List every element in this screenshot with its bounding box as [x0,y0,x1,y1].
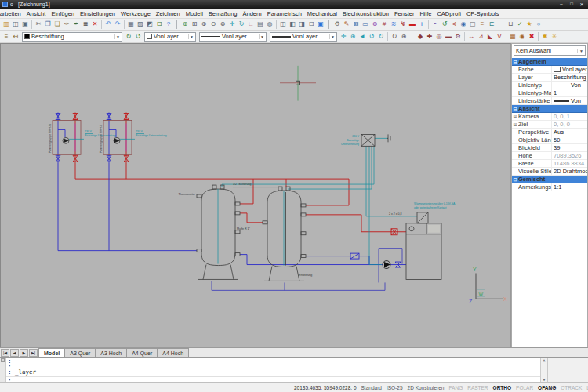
model-space-icon[interactable]: ▣ [316,20,325,29]
pump-b-supply-label[interactable]: Bauseitige Unterverteilung [136,134,167,137]
render-icon[interactable]: ◍ [265,20,274,29]
cut-icon[interactable]: ✂ [34,20,43,29]
tab-nav-last[interactable]: ▶| [29,349,38,357]
cp-update-icon[interactable]: ↺ [440,20,449,29]
properties-section-allgemein[interactable]: ⊟Allgemein [512,58,587,66]
cp-frames-icon[interactable]: ▭ [361,20,370,29]
toggle-ortho[interactable]: ORTHO [491,385,514,390]
pump-a-label[interactable]: Pumpengruppe PMH-R [49,124,52,154]
toggle-polar[interactable]: POLAR [514,385,535,390]
coordinates-readout[interactable]: 20135.4635, 55949.0228, 0 [292,385,359,390]
menu-hilfe[interactable]: Hilfe [417,10,434,17]
ucs-icon[interactable]: ∟ [246,20,256,29]
zoom-window-icon[interactable]: ⊞ [190,20,199,29]
scroll-up-icon[interactable]: ▲ [541,358,547,362]
menu-einf-gen[interactable]: Einfügen [49,10,78,17]
supply-piping-red[interactable] [75,162,406,235]
layer-match-icon[interactable]: ↺ [133,32,143,42]
mech-standard-parts-icon[interactable]: ◆ [416,32,425,42]
tab-a3-quer[interactable]: A3 Quer [64,348,96,357]
menu-mechanical[interactable]: Mechanical [304,10,339,17]
property-value-linienst-rke[interactable]: Von [551,97,587,104]
drawing-svg[interactable]: Pumpengruppe PMH-R 230 V Bauseitige Unte… [1,44,510,347]
property-value-blickfeld[interactable]: 39 [551,144,587,151]
cp-radiator-icon[interactable]: ≡ [477,20,487,29]
expansion-vessel[interactable] [417,212,428,223]
tab-nav-first[interactable]: |◀ [1,349,9,357]
pump-b-supply-voltage[interactable]: 230 V [136,130,143,133]
tab-model[interactable]: Model [38,348,65,357]
property-value-linientyp[interactable]: Von [551,82,587,89]
viewport-left-icon[interactable]: ◧ [288,20,297,29]
muffe-label[interactable]: Muffe R 1" [237,227,250,230]
copy-icon[interactable]: ❐ [43,20,53,29]
menu-werkzeuge[interactable]: Werkzeuge [118,10,154,17]
tab-nav-next[interactable]: ▶ [20,349,28,357]
orbit-right-icon[interactable]: ↻ [376,32,386,42]
circulation-pump[interactable] [383,261,390,269]
expand-icon[interactable]: ⊞ [512,113,518,121]
properties-icon[interactable]: ≣ [81,20,90,29]
paste-icon[interactable]: ❏ [53,20,62,29]
zoom-realtime-icon[interactable]: ⊕ [180,20,190,29]
selection-filter-dropdown[interactable]: Kein Auswahl ▼ [514,45,586,56]
tile-windows-icon[interactable]: ◫ [278,20,288,29]
drain-label[interactable]: Entleerung [299,274,312,277]
command-input[interactable]: : [6,376,540,382]
mech-bearing-icon[interactable]: ◎ [434,32,444,42]
menu-parametrisch[interactable]: Parametrisch [264,10,304,17]
thermometer-label[interactable]: Thermometer [178,193,195,196]
cp-2d3d-icon[interactable]: ◓ [430,20,440,29]
command-window[interactable]: : : : _layer : ▲ ▼ [0,358,547,382]
zoom-out-icon[interactable]: ⊖ [209,20,218,29]
undo-icon[interactable]: ↶ [103,20,113,29]
zoom-extents-icon[interactable]: ⊜ [218,20,227,29]
command-scrollbar[interactable]: ▲ ▼ [540,358,547,382]
cp-scheme-icon[interactable]: ↯ [398,20,408,29]
toggle-raster[interactable]: RASTER [465,385,490,390]
cp-numbering-icon[interactable]: # [379,20,389,29]
safety-valve-label[interactable]: 1/2" Sicherung [233,183,251,186]
property-value-perspektive[interactable]: Aus [551,129,587,136]
print-icon[interactable]: ◫ [11,20,20,29]
menu-ndern[interactable]: Ändern [240,10,264,17]
properties-section-ansicht[interactable]: ⊟Ansicht [512,105,587,113]
dist-label-line2[interactable]: Bauseitige [347,139,359,142]
layer-make-current-icon[interactable]: ↻ [124,32,133,42]
color-dropdown[interactable]: VonLayer▼ [144,32,196,42]
cp-duct-icon[interactable]: ⊏ [487,20,496,29]
tab-a3-hoch[interactable]: A3 Hoch [95,348,127,357]
hatch-icon[interactable]: ▨ [136,20,145,29]
status-field-2d-konstruieren[interactable]: 2D Konstruieren [405,385,447,390]
property-value-h-he[interactable]: 7089.3526 [551,152,587,159]
buffer-tank-1[interactable] [197,185,240,279]
pump-b-label[interactable]: Pumpengruppe PMH-L [100,125,103,154]
cp-attributes-icon[interactable]: ⊛ [370,20,379,29]
layer-previous-icon[interactable]: ↤ [11,32,20,42]
tab-a4-quer[interactable]: A4 Quer [126,348,158,357]
viewport-icon[interactable]: ▦ [126,20,136,29]
help-icon[interactable]: ? [164,20,173,29]
collapse-icon[interactable]: ⊟ [512,176,518,183]
cp-draw-icon[interactable]: ✎ [342,20,351,29]
viewport-right-icon[interactable]: ◨ [297,20,307,29]
menu-zeichnen[interactable]: Zeichnen [153,10,183,17]
zoom-all-icon[interactable]: ⊕ [399,32,408,42]
minimize-button[interactable]: – [557,2,565,7]
menu-bearbeiten[interactable]: Bearbeiten [0,10,24,17]
property-value-kamera[interactable]: 0, 0, 1 [551,113,587,120]
cp-tray-icon[interactable]: ⊔ [506,20,515,29]
linetype-dropdown[interactable]: VonLayer▼ [199,32,267,42]
menu-blechkonstruktion[interactable]: Blechkonstruktion [339,10,391,17]
layout-icon[interactable]: ⊟ [307,20,316,29]
zoom-dynamic-icon[interactable]: ⊕ [348,32,358,42]
menu-bema-ung[interactable]: Bemaßung [205,10,240,17]
properties-section-gemischt[interactable]: ⊟Gemischt [512,176,587,183]
cp-pump-icon[interactable]: ◉ [459,20,468,29]
regen-icon[interactable]: ↻ [390,32,399,42]
property-value-linientyp-ma-sta[interactable]: 1 [551,89,587,96]
property-value-anmerkungs-ma[interactable]: 1:1 [551,183,587,191]
mech-gear-icon[interactable]: ⚙ [453,32,463,42]
mech-balloon-icon[interactable]: ◉ [517,32,527,42]
menu-einstellungen[interactable]: Einstellungen [78,10,118,17]
